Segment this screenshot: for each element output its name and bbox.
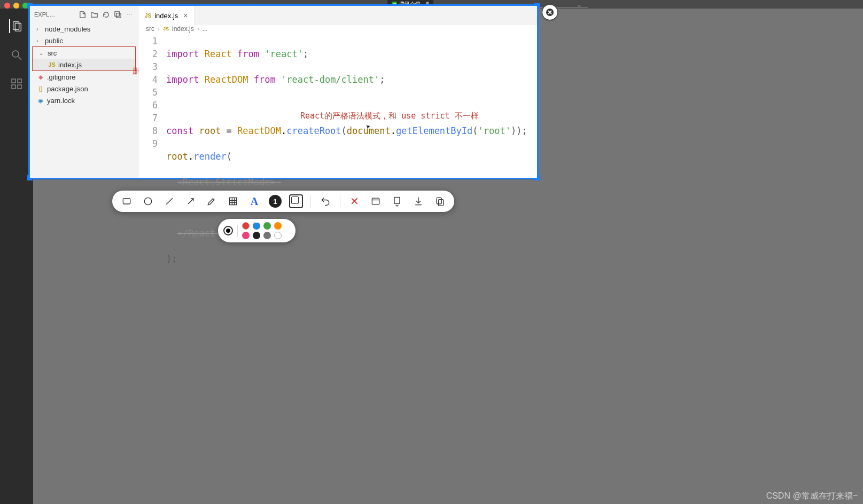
svg-line-3: [18, 57, 21, 60]
chevron-right-icon: ›: [158, 25, 160, 33]
color-swatch-pink[interactable]: [242, 232, 250, 239]
js-file-icon: JS: [48, 61, 56, 68]
svg-line-14: [188, 199, 193, 204]
svg-rect-15: [230, 198, 237, 204]
tab-bar: JS index.js ×: [138, 6, 537, 25]
explorer-header: EXPL… ⋯: [30, 6, 138, 23]
new-folder-icon[interactable]: [90, 10, 98, 19]
search-activity-icon[interactable]: [10, 48, 24, 62]
tree-node-modules[interactable]: ›node_modules: [30, 23, 138, 35]
code-editor[interactable]: 1 2 3 4 5 6 7 8 9 import React from 'rea…: [138, 33, 537, 317]
rectangle-tool-button[interactable]: [120, 194, 134, 208]
crumb-more[interactable]: ...: [203, 25, 208, 33]
color-swatch-blue[interactable]: [253, 222, 260, 230]
pin-window-button[interactable]: [369, 194, 383, 208]
sticker-tool-button[interactable]: [289, 194, 303, 208]
color-swatch-red[interactable]: [242, 222, 250, 230]
close-capture-button[interactable]: [542, 4, 558, 20]
cancel-button[interactable]: ✕: [348, 194, 362, 208]
tree-src[interactable]: ⌄src: [33, 47, 135, 59]
popover-separator: [237, 225, 238, 237]
explorer-title: EXPL…: [34, 11, 75, 18]
screenshot-selection-frame[interactable]: EXPL… ⋯ ›node_modules ›public ⌄src JSind…: [28, 4, 539, 179]
toolbar-separator: [310, 195, 311, 207]
line-tool-button[interactable]: [162, 194, 176, 208]
color-grid: [242, 222, 283, 239]
csdn-watermark: CSDN @常威在打来福~: [766, 491, 858, 502]
color-picker-popover: [218, 219, 296, 242]
svg-rect-9: [116, 13, 120, 17]
svg-line-13: [166, 198, 173, 204]
arrow-tool-button[interactable]: [184, 194, 198, 208]
chevron-right-icon: ›: [197, 25, 199, 33]
svg-rect-4: [12, 79, 15, 83]
svg-point-12: [144, 198, 151, 204]
collapse-icon[interactable]: [113, 10, 122, 19]
scroll-capture-button[interactable]: [390, 194, 404, 208]
svg-rect-23: [437, 198, 441, 204]
dot-icon: [226, 229, 230, 233]
svg-rect-7: [18, 85, 21, 89]
refresh-icon[interactable]: [102, 10, 110, 19]
js-file-icon: JS: [163, 26, 169, 32]
color-swatch-white[interactable]: [274, 232, 282, 239]
tree-indexjs[interactable]: JSindex.js: [33, 59, 135, 70]
annotation-src-box: ⌄src JSindex.js: [32, 46, 136, 71]
copy-button[interactable]: [433, 194, 447, 208]
svg-rect-20: [372, 198, 379, 204]
tree-gitignore[interactable]: ◆.gitignore: [30, 71, 138, 83]
line-gutter: 1 2 3 4 5 6 7 8 9: [138, 33, 164, 317]
svg-rect-5: [18, 79, 21, 83]
explorer-sidebar: EXPL… ⋯ ›node_modules ›public ⌄src JSind…: [30, 6, 138, 178]
new-file-icon[interactable]: [78, 10, 87, 19]
editor-area: JS index.js × src › JS index.js › ... 1 …: [138, 6, 537, 178]
circle-tool-button[interactable]: [141, 194, 155, 208]
minimize-dot-icon[interactable]: [13, 3, 19, 9]
stroke-size-selector[interactable]: [223, 226, 233, 235]
download-button[interactable]: [411, 194, 425, 208]
extensions-chevron-icon[interactable]: ⌄: [576, 0, 582, 9]
crumb-src[interactable]: src: [146, 25, 154, 33]
json-file-icon: {}: [36, 85, 45, 92]
color-swatch-gray[interactable]: [263, 232, 271, 239]
color-swatch-orange[interactable]: [274, 222, 282, 230]
more-icon[interactable]: ⋯: [125, 10, 134, 19]
tab-label: index.js: [154, 12, 178, 20]
mosaic-tool-button[interactable]: [226, 194, 240, 208]
window-traffic-lights: [4, 3, 28, 9]
crumb-file[interactable]: index.js: [172, 25, 194, 33]
extensions-activity-icon[interactable]: [10, 77, 24, 91]
toolbar-separator: [340, 195, 340, 207]
explorer-activity-icon[interactable]: [9, 19, 23, 33]
color-swatch-black[interactable]: [253, 232, 260, 239]
close-icon: [546, 8, 554, 17]
annotation-strict-mode: React的严格语法模式，和 use strict 不一样: [300, 109, 479, 122]
color-swatch-green[interactable]: [263, 222, 271, 230]
tree-public[interactable]: ›public: [30, 35, 138, 46]
svg-rect-24: [439, 200, 444, 206]
undo-button[interactable]: [318, 194, 332, 208]
text-tool-button[interactable]: A: [247, 194, 261, 208]
gitignore-file-icon: ◆: [36, 74, 45, 81]
file-tree: ›node_modules ›public ⌄src JSindex.js ◆.…: [30, 23, 138, 106]
tree-yarnlock[interactable]: ◉yarn.lock: [30, 94, 138, 106]
yarn-file-icon: ◉: [36, 97, 45, 104]
annotation-toolbar: A 1 ✕: [112, 191, 454, 212]
svg-rect-8: [114, 11, 119, 15]
tree-packagejson[interactable]: {}package.json: [30, 83, 138, 94]
close-tab-icon[interactable]: ×: [183, 11, 188, 20]
svg-rect-11: [123, 199, 130, 204]
close-dot-icon[interactable]: [4, 3, 10, 9]
breadcrumbs[interactable]: src › JS index.js › ...: [138, 25, 537, 33]
code-content[interactable]: import React from 'react'; import ReactD…: [164, 33, 537, 317]
svg-point-2: [12, 51, 19, 57]
number-tool-button[interactable]: 1: [269, 195, 282, 208]
pencil-tool-button[interactable]: [205, 194, 219, 208]
svg-rect-22: [394, 198, 400, 204]
tab-indexjs[interactable]: JS index.js ×: [138, 6, 195, 25]
svg-rect-6: [12, 85, 15, 89]
js-file-icon: JS: [145, 13, 151, 19]
